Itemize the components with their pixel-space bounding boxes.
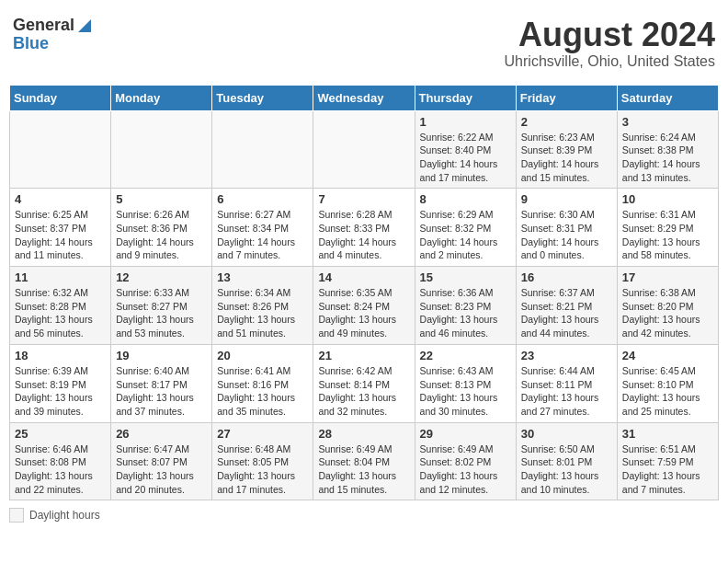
day-number: 24 — [622, 349, 713, 362]
day-number: 30 — [521, 427, 612, 441]
table-row: 26Sunrise: 6:47 AMSunset: 8:07 PMDayligh… — [111, 422, 212, 500]
calendar-week-5: 25Sunrise: 6:46 AMSunset: 8:08 PMDayligh… — [10, 422, 719, 500]
day-number: 12 — [116, 270, 207, 284]
table-row: 25Sunrise: 6:46 AMSunset: 8:08 PMDayligh… — [10, 422, 111, 500]
day-number: 14 — [318, 270, 409, 284]
footer: Daylight hours — [9, 508, 719, 523]
calendar-week-1: 1Sunrise: 6:22 AMSunset: 8:40 PMDaylight… — [10, 110, 719, 189]
calendar-header: Sunday Monday Tuesday Wednesday Thursday… — [10, 85, 719, 110]
day-info: Sunrise: 6:22 AMSunset: 8:40 PMDaylight:… — [420, 131, 511, 185]
day-number: 25 — [15, 427, 106, 441]
table-row: 12Sunrise: 6:33 AMSunset: 8:27 PMDayligh… — [111, 267, 212, 345]
day-info: Sunrise: 6:46 AMSunset: 8:08 PMDaylight:… — [15, 442, 106, 497]
day-info: Sunrise: 6:34 AMSunset: 8:26 PMDaylight:… — [217, 286, 308, 340]
day-info: Sunrise: 6:48 AMSunset: 8:05 PMDaylight:… — [217, 442, 308, 497]
day-number: 10 — [622, 192, 713, 206]
day-info: Sunrise: 6:50 AMSunset: 8:01 PMDaylight:… — [521, 442, 612, 497]
day-number: 16 — [521, 270, 612, 284]
day-info: Sunrise: 6:30 AMSunset: 8:31 PMDaylight:… — [521, 208, 612, 262]
day-number: 2 — [521, 115, 612, 129]
table-row: 5Sunrise: 6:26 AMSunset: 8:36 PMDaylight… — [111, 189, 212, 267]
day-info: Sunrise: 6:38 AMSunset: 8:20 PMDaylight:… — [622, 286, 713, 340]
col-sunday: Sunday — [10, 85, 111, 110]
logo-blue-text: Blue — [13, 34, 49, 52]
table-row: 28Sunrise: 6:49 AMSunset: 8:04 PMDayligh… — [313, 422, 415, 500]
day-info: Sunrise: 6:51 AMSunset: 7:59 PMDaylight:… — [622, 442, 713, 497]
table-row — [313, 110, 415, 189]
page-subtitle: Uhrichsville, Ohio, United States — [505, 53, 715, 70]
day-number: 20 — [217, 349, 308, 362]
table-row: 23Sunrise: 6:44 AMSunset: 8:11 PMDayligh… — [516, 344, 617, 422]
day-info: Sunrise: 6:44 AMSunset: 8:11 PMDaylight:… — [521, 364, 612, 419]
day-number: 17 — [622, 270, 713, 284]
table-row: 9Sunrise: 6:30 AMSunset: 8:31 PMDaylight… — [516, 189, 617, 267]
day-number: 4 — [15, 192, 106, 206]
day-number: 5 — [116, 192, 207, 206]
table-row: 19Sunrise: 6:40 AMSunset: 8:17 PMDayligh… — [111, 344, 212, 422]
table-row: 22Sunrise: 6:43 AMSunset: 8:13 PMDayligh… — [415, 344, 516, 422]
day-info: Sunrise: 6:27 AMSunset: 8:34 PMDaylight:… — [217, 208, 308, 262]
day-number: 28 — [318, 427, 409, 441]
day-info: Sunrise: 6:28 AMSunset: 8:33 PMDaylight:… — [318, 208, 409, 262]
day-number: 15 — [420, 270, 511, 284]
table-row: 4Sunrise: 6:25 AMSunset: 8:37 PMDaylight… — [10, 189, 111, 267]
col-tuesday: Tuesday — [212, 85, 313, 110]
day-info: Sunrise: 6:32 AMSunset: 8:28 PMDaylight:… — [15, 286, 106, 340]
day-number: 22 — [420, 349, 511, 362]
day-info: Sunrise: 6:24 AMSunset: 8:38 PMDaylight:… — [622, 131, 713, 185]
calendar-week-2: 4Sunrise: 6:25 AMSunset: 8:37 PMDaylight… — [10, 189, 719, 267]
table-row — [212, 110, 313, 189]
table-row: 6Sunrise: 6:27 AMSunset: 8:34 PMDaylight… — [212, 189, 313, 267]
day-number: 11 — [15, 270, 106, 284]
day-info: Sunrise: 6:40 AMSunset: 8:17 PMDaylight:… — [116, 364, 207, 419]
day-number: 23 — [521, 349, 612, 362]
day-number: 9 — [521, 192, 612, 206]
table-row: 15Sunrise: 6:36 AMSunset: 8:23 PMDayligh… — [415, 267, 516, 345]
day-info: Sunrise: 6:35 AMSunset: 8:24 PMDaylight:… — [318, 286, 409, 340]
day-info: Sunrise: 6:49 AMSunset: 8:04 PMDaylight:… — [318, 442, 409, 497]
col-saturday: Saturday — [617, 85, 718, 110]
day-number: 8 — [420, 192, 511, 206]
table-row: 21Sunrise: 6:42 AMSunset: 8:14 PMDayligh… — [313, 344, 415, 422]
day-info: Sunrise: 6:42 AMSunset: 8:14 PMDaylight:… — [318, 364, 409, 419]
calendar-table: Sunday Monday Tuesday Wednesday Thursday… — [9, 85, 719, 501]
table-row: 27Sunrise: 6:48 AMSunset: 8:05 PMDayligh… — [212, 422, 313, 500]
calendar-body: 1Sunrise: 6:22 AMSunset: 8:40 PMDaylight… — [10, 110, 719, 500]
day-info: Sunrise: 6:43 AMSunset: 8:13 PMDaylight:… — [420, 364, 511, 419]
col-wednesday: Wednesday — [313, 85, 415, 110]
day-info: Sunrise: 6:31 AMSunset: 8:29 PMDaylight:… — [622, 208, 713, 262]
day-info: Sunrise: 6:26 AMSunset: 8:36 PMDaylight:… — [116, 208, 207, 262]
day-info: Sunrise: 6:25 AMSunset: 8:37 PMDaylight:… — [15, 208, 106, 262]
table-row: 7Sunrise: 6:28 AMSunset: 8:33 PMDaylight… — [313, 189, 415, 267]
table-row: 3Sunrise: 6:24 AMSunset: 8:38 PMDaylight… — [617, 110, 718, 189]
table-row: 20Sunrise: 6:41 AMSunset: 8:16 PMDayligh… — [212, 344, 313, 422]
table-row: 2Sunrise: 6:23 AMSunset: 8:39 PMDaylight… — [516, 110, 617, 189]
table-row: 24Sunrise: 6:45 AMSunset: 8:10 PMDayligh… — [617, 344, 718, 422]
page-title: August 2024 — [505, 17, 715, 53]
day-number: 13 — [217, 270, 308, 284]
day-number: 18 — [15, 349, 106, 362]
day-info: Sunrise: 6:45 AMSunset: 8:10 PMDaylight:… — [622, 364, 713, 419]
day-number: 6 — [217, 192, 308, 206]
table-row: 13Sunrise: 6:34 AMSunset: 8:26 PMDayligh… — [212, 267, 313, 345]
logo-triangle-icon — [76, 17, 93, 34]
table-row: 1Sunrise: 6:22 AMSunset: 8:40 PMDaylight… — [415, 110, 516, 189]
day-number: 29 — [420, 427, 511, 441]
table-row: 10Sunrise: 6:31 AMSunset: 8:29 PMDayligh… — [617, 189, 718, 267]
table-row — [111, 110, 212, 189]
table-row — [10, 110, 111, 189]
day-number: 31 — [622, 427, 713, 441]
day-number: 19 — [116, 349, 207, 362]
day-info: Sunrise: 6:23 AMSunset: 8:39 PMDaylight:… — [521, 131, 612, 185]
svg-marker-0 — [78, 19, 91, 32]
table-row: 31Sunrise: 6:51 AMSunset: 7:59 PMDayligh… — [617, 422, 718, 500]
calendar-week-3: 11Sunrise: 6:32 AMSunset: 8:28 PMDayligh… — [10, 267, 719, 345]
col-thursday: Thursday — [415, 85, 516, 110]
table-row: 11Sunrise: 6:32 AMSunset: 8:28 PMDayligh… — [10, 267, 111, 345]
logo: General Blue — [13, 17, 93, 53]
table-row: 8Sunrise: 6:29 AMSunset: 8:32 PMDaylight… — [415, 189, 516, 267]
day-number: 3 — [622, 115, 713, 129]
col-friday: Friday — [516, 85, 617, 110]
table-row: 16Sunrise: 6:37 AMSunset: 8:21 PMDayligh… — [516, 267, 617, 345]
day-info: Sunrise: 6:36 AMSunset: 8:23 PMDaylight:… — [420, 286, 511, 340]
